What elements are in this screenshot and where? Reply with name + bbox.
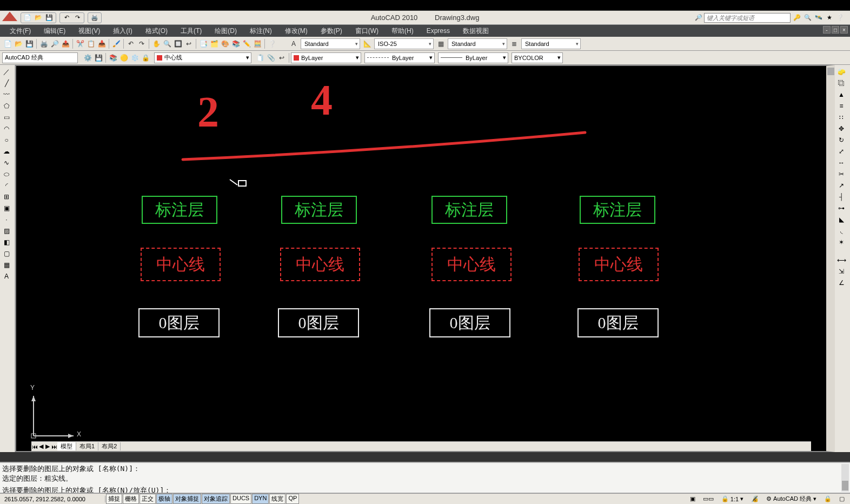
command-window[interactable]: 选择要删除的图层上的对象或 [名称(N)]： 选定的图层：粗实线。 选择要删除的… xyxy=(0,462,850,493)
status-toggle-栅格[interactable]: 栅格 xyxy=(123,494,139,504)
match-icon[interactable]: 🖌️ xyxy=(111,39,121,49)
menu-dataview[interactable]: 数据视图 xyxy=(463,26,489,36)
status-toggle-对象追踪[interactable]: 对象追踪 xyxy=(202,494,230,504)
ml-style-dropdown[interactable]: Standard xyxy=(521,38,581,49)
status-toggle-线宽[interactable]: 线宽 xyxy=(269,494,285,504)
zoom-prev-icon[interactable]: ↩ xyxy=(184,39,194,49)
mdi-restore[interactable]: □ xyxy=(832,26,839,34)
tab-nav-first-icon[interactable]: ⏮ xyxy=(31,443,38,450)
revcloud-icon[interactable]: ☁ xyxy=(1,147,12,156)
dim-style-dropdown[interactable]: ISO-25 xyxy=(374,38,434,49)
layer-match-icon[interactable]: 📎 xyxy=(266,53,276,63)
layer-prev-icon[interactable]: ↩ xyxy=(277,53,287,63)
status-toggle-正交[interactable]: 正交 xyxy=(140,494,156,504)
status-toggle-极轴[interactable]: 极轴 xyxy=(156,494,172,504)
mdi-minimize[interactable]: - xyxy=(823,26,831,34)
tab-nav-prev-icon[interactable]: ◀ xyxy=(38,443,44,450)
current-layer-dropdown[interactable]: 中心线 xyxy=(154,52,251,63)
paste-icon[interactable]: 📥 xyxy=(97,39,107,49)
table-icon[interactable]: ▦ xyxy=(1,260,12,270)
save-icon[interactable]: 💾 xyxy=(24,39,34,49)
annoscale-lock-icon[interactable]: 🔏 xyxy=(749,495,761,502)
insertblock-icon[interactable]: ⊞ xyxy=(1,192,12,202)
text-style-dropdown[interactable]: Standard xyxy=(301,38,360,49)
ellipse-icon[interactable]: ⬭ xyxy=(1,169,12,179)
tablestyle-icon[interactable]: ▦ xyxy=(436,39,446,49)
dim-aligned-icon[interactable]: ⇲ xyxy=(836,267,847,276)
layer-lock-icon[interactable]: 🔒 xyxy=(141,53,150,63)
quickview-icon[interactable]: ▭▭ xyxy=(701,495,716,502)
dim-linear-icon[interactable]: ⟷ xyxy=(836,255,847,265)
makeblock-icon[interactable]: ▣ xyxy=(1,203,12,213)
sheetset-icon[interactable]: 📚 xyxy=(231,39,241,49)
mlstyle-icon[interactable]: ≣ xyxy=(509,39,519,49)
app-logo-icon[interactable] xyxy=(2,12,17,24)
join-icon[interactable]: ⊶ xyxy=(836,203,847,213)
model-paper-toggle[interactable]: ▣ xyxy=(688,495,698,502)
help-icon[interactable]: ❔ xyxy=(836,14,845,22)
tab-layout1[interactable]: 布局1 xyxy=(76,442,98,450)
save-icon[interactable]: 💾 xyxy=(45,14,54,22)
drawing-viewport[interactable]: 2 4 标注层 标注层 标注层 标注层 中心线 中心线 中心线 中心线 xyxy=(15,65,835,452)
layer-freeze-icon[interactable]: ❄️ xyxy=(130,53,140,63)
redo-icon[interactable]: ↷ xyxy=(73,14,82,22)
menu-modify[interactable]: 修改(M) xyxy=(285,26,308,36)
menu-parametric[interactable]: 参数(P) xyxy=(321,26,342,36)
lineweight-dropdown[interactable]: ByLayer xyxy=(438,52,508,63)
arc-icon[interactable]: ◠ xyxy=(1,124,12,134)
search-input[interactable] xyxy=(704,13,791,23)
workspace-selector[interactable]: AutoCAD 经典 xyxy=(2,52,78,63)
status-toggle-DYN[interactable]: DYN xyxy=(252,494,269,504)
print-icon[interactable]: 🖨️ xyxy=(90,14,99,22)
tab-model[interactable]: 模型 xyxy=(57,442,76,450)
publish-icon[interactable]: 📤 xyxy=(61,39,70,49)
annoscale-display[interactable]: 🔒 1:1 ▾ xyxy=(719,495,746,502)
circle-icon[interactable]: ○ xyxy=(1,135,12,145)
open-icon[interactable]: 📂 xyxy=(34,14,43,22)
polyline-icon[interactable]: 〰 xyxy=(1,90,12,100)
layer-manager-icon[interactable]: 📚 xyxy=(108,53,118,63)
cleanscreen-icon[interactable]: ▢ xyxy=(837,495,847,502)
drawing-canvas[interactable]: 2 4 标注层 标注层 标注层 标注层 中心线 中心线 中心线 中心线 xyxy=(16,66,826,451)
menu-window[interactable]: 窗口(W) xyxy=(355,26,378,36)
copy-icon[interactable]: 📋 xyxy=(86,39,96,49)
explode-icon[interactable]: ✶ xyxy=(836,237,847,247)
rectangle-icon[interactable]: ▭ xyxy=(1,112,12,122)
extend-icon[interactable]: ↗ xyxy=(836,181,847,190)
move-icon[interactable]: ✥ xyxy=(836,124,847,134)
command-scrollbar[interactable] xyxy=(841,464,849,492)
menu-view[interactable]: 视图(V) xyxy=(78,26,100,36)
search-toggle-icon[interactable]: 🔑 xyxy=(793,14,801,22)
cut-icon[interactable]: ✂️ xyxy=(75,39,85,49)
color-dropdown[interactable]: ByLayer xyxy=(291,52,361,63)
erase-icon[interactable]: 🧽 xyxy=(836,67,847,77)
designcenter-icon[interactable]: 🗂️ xyxy=(209,39,219,49)
print-icon[interactable]: 🖨️ xyxy=(39,39,49,49)
dimstyle-icon[interactable]: 📐 xyxy=(362,39,372,49)
undo-icon[interactable]: ↶ xyxy=(126,39,136,49)
textstyle-icon[interactable]: A xyxy=(289,39,298,49)
binoculars-icon[interactable]: 🔎 xyxy=(694,14,703,22)
menu-help[interactable]: 帮助(H) xyxy=(391,26,414,36)
line-icon[interactable]: ／ xyxy=(1,67,12,77)
coordinate-readout[interactable]: 2615.0557, 2912.2582, 0.0000 xyxy=(0,496,105,502)
redo-icon[interactable]: ↷ xyxy=(137,39,147,49)
communication-icon[interactable]: 🛰️ xyxy=(814,14,823,22)
copy-obj-icon[interactable]: ⿻ xyxy=(836,78,847,88)
workspace-save-icon[interactable]: 💾 xyxy=(94,53,103,63)
table-style-dropdown[interactable]: Standard xyxy=(448,38,507,49)
mdi-close[interactable]: × xyxy=(840,26,848,34)
preview-icon[interactable]: 🔎 xyxy=(50,39,59,49)
menu-format[interactable]: 格式(O) xyxy=(145,26,168,36)
rotate-icon[interactable]: ↻ xyxy=(836,135,847,145)
break-icon[interactable]: ┤ xyxy=(836,192,847,202)
status-toggle-对象捕捉[interactable]: 对象捕捉 xyxy=(173,494,201,504)
menu-draw[interactable]: 绘图(D) xyxy=(215,26,237,36)
new-icon[interactable]: 📄 xyxy=(23,14,32,22)
trim-icon[interactable]: ✂ xyxy=(836,169,847,179)
gradient-icon[interactable]: ◧ xyxy=(1,237,12,247)
zoom-realtime-icon[interactable]: 🔍 xyxy=(162,39,172,49)
chamfer-icon[interactable]: ◣ xyxy=(836,215,847,224)
new-icon[interactable]: 📄 xyxy=(3,39,12,49)
status-toggle-DUCS[interactable]: DUCS xyxy=(230,494,251,504)
